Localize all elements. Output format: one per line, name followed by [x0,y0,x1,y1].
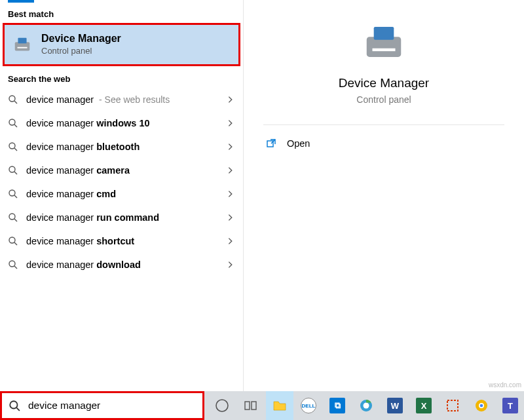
svg-line-6 [14,124,17,127]
svg-point-13 [9,214,15,220]
svg-rect-26 [245,402,250,410]
preview-subtitle: Control panel [356,94,411,105]
svg-rect-0 [15,42,30,50]
svg-line-12 [14,195,17,198]
search-icon [8,94,18,105]
svg-point-7 [9,143,15,149]
web-result-1[interactable]: device manager windows 10 [0,111,243,135]
chrome-icon[interactable] [468,391,495,420]
chevron-right-icon [226,166,235,175]
chevron-right-icon [226,95,235,104]
svg-rect-20 [374,27,394,40]
best-match-device-manager[interactable]: Device Manager Control panel [3,23,240,66]
web-result-text: device manager windows 10 [26,118,221,128]
teams-icon[interactable]: T [496,391,524,420]
svg-point-23 [10,401,17,408]
open-icon [266,138,276,149]
result-subtitle: Control panel [41,45,121,57]
open-label: Open [287,138,310,149]
chevron-right-icon [226,142,235,151]
results-panel: Best match Device Manager Control panel … [0,0,244,391]
search-input[interactable] [27,399,196,412]
svg-point-29 [364,403,369,409]
search-icon [8,189,18,199]
svg-point-15 [9,237,15,243]
svg-line-16 [14,242,17,245]
divider [263,124,504,125]
web-result-6[interactable]: device manager shortcut [0,229,243,253]
device-manager-large-icon [361,20,407,66]
chevron-right-icon [226,260,235,269]
svg-line-4 [14,101,17,104]
svg-point-33 [480,404,483,408]
word-icon[interactable]: W [381,391,409,420]
web-result-text: device manager - See web results [26,94,221,105]
svg-point-11 [9,190,15,196]
svg-line-14 [14,219,17,221]
svg-point-3 [9,96,15,102]
web-result-4[interactable]: device manager cmd [0,182,243,206]
excel-icon[interactable]: X [410,391,438,420]
web-result-text: device manager run command [26,212,221,223]
open-action[interactable]: Open [263,133,504,154]
search-icon [8,165,18,176]
svg-point-25 [216,400,228,411]
svg-rect-19 [367,37,402,57]
svg-line-8 [14,148,17,151]
chevron-right-icon [226,189,235,199]
svg-rect-30 [447,400,458,411]
web-result-text: device manager cmd [26,189,221,199]
search-icon [8,212,18,223]
svg-point-5 [9,119,15,125]
browser-icon[interactable] [352,391,380,420]
web-result-3[interactable]: device manager camera [0,159,243,182]
snip-icon[interactable] [439,391,466,420]
svg-rect-22 [267,141,273,147]
search-icon [9,400,20,411]
web-result-text: device manager bluetooth [26,142,221,152]
search-icon [8,142,18,152]
taskbar: DELL ⧉ W X T [0,391,524,420]
chevron-right-icon [226,119,235,128]
file-explorer-icon[interactable] [266,391,293,420]
cortana-icon[interactable] [208,391,236,420]
svg-rect-27 [252,402,256,410]
svg-line-24 [16,408,20,411]
svg-rect-21 [373,48,396,51]
web-result-text: device manager download [26,259,221,270]
web-result-text: device manager camera [26,165,221,176]
web-result-0[interactable]: device manager - See web results [0,88,243,111]
device-manager-icon [12,35,32,54]
web-result-7[interactable]: device manager download [0,253,243,277]
taskbar-search-box[interactable] [0,391,204,420]
result-title: Device Manager [41,32,121,45]
preview-title: Device Manager [339,76,429,90]
svg-point-17 [9,261,15,267]
best-match-header: Best match [0,4,243,23]
svg-line-10 [14,172,17,174]
store-icon[interactable]: ⧉ [324,391,351,420]
svg-rect-1 [18,38,26,43]
dell-icon[interactable]: DELL [295,391,322,420]
svg-rect-2 [18,47,28,48]
svg-line-18 [14,266,17,269]
watermark: wsxdn.com [489,381,521,389]
preview-panel: Device Manager Control panel Open [244,0,524,391]
web-result-text: device manager shortcut [26,236,221,246]
chevron-right-icon [226,237,235,246]
task-view-icon[interactable] [237,391,265,420]
svg-point-9 [9,166,15,172]
web-results-list: device manager - See web resultsdevice m… [0,88,243,277]
taskbar-tray: DELL ⧉ W X T [204,391,524,420]
chevron-right-icon [226,213,235,222]
search-web-header: Search the web [0,69,243,88]
web-result-2[interactable]: device manager bluetooth [0,135,243,159]
search-icon [8,259,18,270]
web-result-5[interactable]: device manager run command [0,206,243,229]
search-icon [8,118,18,128]
search-icon [8,236,18,246]
active-tab-indicator [8,0,34,3]
